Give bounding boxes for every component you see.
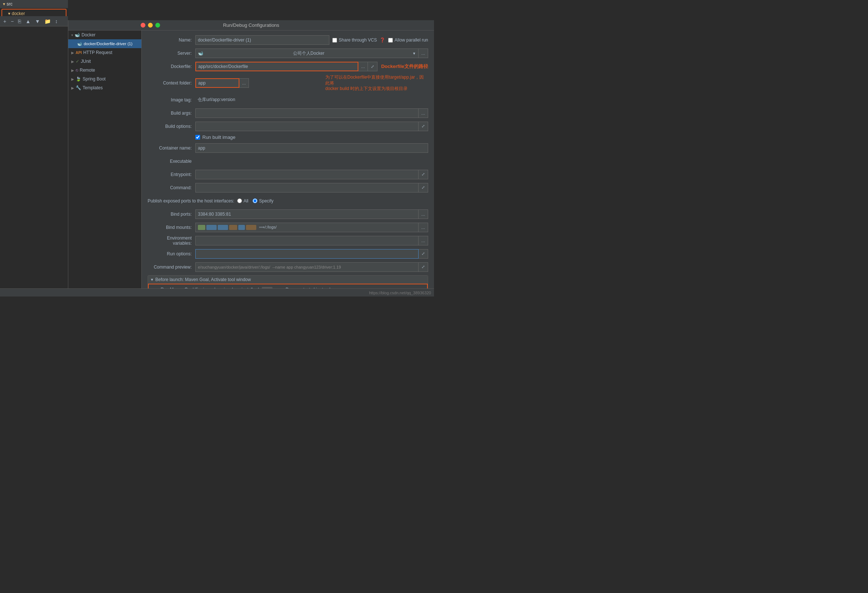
mount-block-5	[238, 225, 245, 230]
server-dropdown[interactable]: 🐋 公司个人Docker ▼	[195, 49, 419, 58]
config-item-label: docker/Dockerfile-driver (1)	[84, 41, 133, 46]
window-controls	[136, 20, 164, 30]
springboot-icon: 🍃	[76, 77, 81, 81]
run-built-image-label[interactable]: Run built image	[202, 135, 235, 140]
dropdown-arrow-icon: ▼	[412, 52, 416, 55]
mount-block-1	[198, 225, 205, 230]
command-label: Command:	[148, 185, 195, 190]
image-tag-value: 仓库url/app:version	[195, 97, 238, 103]
context-folder-group: …	[195, 78, 322, 88]
config-item-http[interactable]: ▶ API HTTP Request	[68, 48, 141, 57]
copy-button[interactable]: ⎘	[17, 18, 22, 25]
bind-ports-group: …	[195, 209, 428, 219]
build-args-browse[interactable]: …	[419, 108, 428, 118]
server-select[interactable]: 🐋 公司个人Docker ▼ …	[195, 49, 428, 58]
env-vars-group: …	[195, 236, 428, 245]
dockerfile-input[interactable]	[195, 62, 358, 71]
run-debug-dialog: Run/Debug Configurations ▾ 🐋 Docker 🐋 do…	[68, 20, 434, 297]
bind-mounts-browse[interactable]: …	[419, 223, 428, 232]
build-options-expand[interactable]: ⤢	[419, 121, 428, 131]
all-radio-label[interactable]: All	[237, 198, 248, 204]
config-item-junit[interactable]: ▶ ✓ JUnit	[68, 57, 141, 66]
run-built-image-checkbox[interactable]	[195, 135, 200, 140]
share-vcs-checkbox-label[interactable]: Share through VCS ❓	[332, 37, 385, 43]
cmd-preview-group: ⤢	[195, 262, 428, 272]
api-icon: API	[76, 51, 82, 55]
container-name-input[interactable]	[195, 143, 428, 153]
sort-button[interactable]: ↕	[54, 18, 59, 25]
before-launch-header[interactable]: ▾ Before launch: Maven Goal, Activate to…	[148, 275, 428, 284]
env-vars-browse[interactable]: …	[419, 236, 428, 245]
config-item-remote[interactable]: ▶ ⎋ Remote	[68, 66, 141, 75]
dockerfile-browse-button[interactable]: …	[358, 62, 368, 71]
entrypoint-expand[interactable]: ⤢	[419, 170, 428, 179]
specify-radio[interactable]	[252, 198, 257, 203]
entrypoint-group: ⤢	[195, 170, 428, 179]
command-expand[interactable]: ⤢	[419, 183, 428, 192]
bind-ports-label: Bind ports:	[148, 211, 195, 217]
templates-icon: 🔧	[76, 85, 81, 90]
publish-ports-label: Publish exposed ports to the host interf…	[148, 198, 237, 204]
context-browse-button[interactable]: …	[239, 78, 249, 88]
maximize-button[interactable]	[155, 23, 160, 28]
mount-text: ⟹/:/logs/	[259, 225, 276, 230]
move-down-button[interactable]: ▼	[34, 18, 41, 25]
minimize-button[interactable]	[148, 23, 153, 28]
all-radio[interactable]	[237, 198, 242, 203]
folder-button[interactable]: 📁	[43, 18, 52, 25]
build-args-input[interactable]	[195, 108, 419, 118]
bind-ports-browse[interactable]: …	[419, 209, 428, 219]
run-options-input[interactable]	[195, 249, 419, 259]
run-options-expand[interactable]: ⤢	[419, 249, 428, 259]
src-label: src	[7, 1, 12, 7]
name-input[interactable]	[195, 35, 329, 45]
publish-ports-row: Publish exposed ports to the host interf…	[148, 196, 428, 206]
status-url: https://blog.csdn.net/qq_38936320	[369, 291, 431, 295]
env-vars-input[interactable]	[195, 236, 419, 245]
remove-button[interactable]: −	[10, 18, 15, 25]
run-built-image-row: Run built image	[148, 135, 428, 140]
close-button[interactable]	[141, 23, 145, 28]
dockerfile-field-group: … ⤢	[195, 62, 378, 71]
dockerfile-expand-button[interactable]: ⤢	[368, 62, 378, 71]
build-options-input[interactable]	[195, 121, 419, 131]
share-vcs-label: Share through VCS	[339, 37, 377, 43]
move-up-button[interactable]: ▲	[24, 18, 32, 25]
container-name-row: Container name:	[148, 143, 428, 153]
bind-mounts-label: Bind mounts:	[148, 225, 195, 230]
executable-row: Executable	[148, 156, 428, 166]
allow-parallel-checkbox-label[interactable]: Allow parallel run	[388, 37, 428, 43]
cmd-preview-expand[interactable]: ⤢	[419, 262, 428, 272]
config-item-springboot[interactable]: ▶ 🍃 Spring Boot	[68, 75, 141, 83]
all-label: All	[244, 198, 248, 204]
entrypoint-input[interactable]	[195, 170, 419, 179]
mount-block-2	[206, 225, 217, 230]
add-button[interactable]: +	[2, 18, 7, 25]
specify-radio-label[interactable]: Specify	[252, 198, 273, 204]
name-label: Name:	[148, 37, 195, 43]
server-more-button[interactable]: …	[419, 49, 428, 58]
context-folder-input[interactable]	[195, 78, 239, 88]
docker-section[interactable]: ▾ 🐋 Docker	[68, 31, 141, 39]
expand-icon-springboot: ▶	[71, 77, 74, 81]
bind-ports-row: Bind ports: …	[148, 209, 428, 219]
dockerfile-label: Dockerfile:	[148, 64, 195, 69]
config-item-active[interactable]: 🐋 docker/Dockerfile-driver (1)	[68, 39, 141, 48]
springboot-label: Spring Boot	[83, 77, 106, 81]
form-panel: Name: Share through VCS ❓ Allow parallel…	[142, 31, 434, 297]
src-folder[interactable]: ▾ src	[0, 0, 68, 8]
run-options-group: ⤢	[195, 249, 428, 259]
config-item-templates[interactable]: ▶ 🔧 Templates	[68, 83, 141, 92]
share-vcs-checkbox[interactable]	[332, 38, 337, 43]
cmd-preview-input[interactable]	[195, 262, 419, 272]
image-tag-row: Image tag: 仓库url/app:version	[148, 95, 428, 105]
expand-icon-http: ▶	[71, 51, 74, 55]
bind-ports-input[interactable]	[195, 209, 419, 219]
command-input[interactable]	[195, 183, 419, 192]
command-group: ⤢	[195, 183, 428, 192]
build-options-group: ⤢	[195, 121, 428, 131]
folder-icon: ▾	[3, 1, 5, 7]
allow-parallel-checkbox[interactable]	[388, 38, 393, 43]
bind-mounts-visual[interactable]: ⟹/:/logs/	[195, 223, 419, 232]
http-label: HTTP Request	[83, 50, 112, 55]
